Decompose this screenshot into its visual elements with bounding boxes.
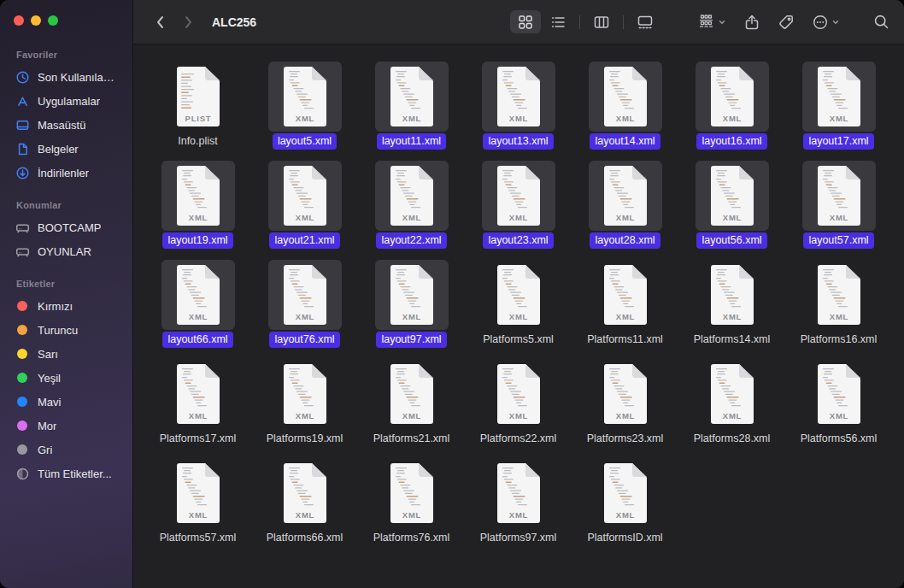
svg-text:XML: XML bbox=[188, 510, 207, 520]
file-item[interactable]: XML Platforms56.xml bbox=[785, 359, 892, 458]
more-button[interactable] bbox=[812, 14, 840, 31]
file-item[interactable]: XML layout11.xml bbox=[358, 62, 465, 161]
sidebar-section-header: Etiketler bbox=[8, 279, 125, 294]
chevron-down-icon bbox=[718, 18, 726, 26]
file-document-icon: XML bbox=[375, 359, 449, 429]
file-label: Platforms57.xml bbox=[155, 530, 242, 546]
file-item[interactable]: XML PlatformsID.xml bbox=[572, 458, 678, 557]
gallery-view-button[interactable] bbox=[630, 10, 660, 33]
svg-text:XML: XML bbox=[402, 312, 420, 321]
svg-text:XML: XML bbox=[188, 411, 207, 420]
file-item[interactable]: XML Platforms97.xml bbox=[465, 458, 572, 557]
file-document-icon: XML bbox=[268, 359, 342, 429]
file-item[interactable]: XML Platforms11.xml bbox=[572, 260, 678, 359]
file-label: layout22.xml bbox=[376, 232, 446, 249]
file-item[interactable]: XML Platforms21.xml bbox=[358, 359, 465, 458]
file-item[interactable]: XML layout56.xml bbox=[678, 161, 785, 260]
file-document-icon: XML bbox=[802, 260, 876, 330]
file-item[interactable]: XML layout66.xml bbox=[144, 260, 251, 359]
tag-icon bbox=[778, 14, 795, 31]
file-item[interactable]: XML layout22.xml bbox=[358, 161, 465, 260]
file-item[interactable]: XML layout17.xml bbox=[785, 62, 892, 161]
sidebar-item-tag-kirmizi[interactable]: Kırmızı bbox=[8, 294, 125, 318]
file-item[interactable]: PLIST Info.plist bbox=[144, 62, 251, 161]
sidebar-item-tag-mor[interactable]: Mor bbox=[8, 414, 125, 438]
sidebar-item-documents[interactable]: Belgeler bbox=[8, 137, 125, 161]
gallery-view-icon bbox=[637, 14, 654, 31]
sidebar-item-desktop[interactable]: Masaüstü bbox=[8, 113, 125, 137]
file-item[interactable]: XML layout13.xml bbox=[465, 62, 572, 161]
sidebar-item-tag-mavi[interactable]: Mavi bbox=[8, 390, 125, 414]
svg-text:XML: XML bbox=[829, 114, 848, 123]
group-button[interactable] bbox=[697, 13, 726, 31]
file-item[interactable]: XML Platforms16.xml bbox=[785, 260, 892, 359]
file-document-icon: PLIST bbox=[161, 62, 235, 132]
file-document-icon: XML bbox=[802, 62, 876, 132]
file-item[interactable]: XML layout23.xml bbox=[465, 161, 572, 260]
sidebar-item-all-tags[interactable]: Tüm Etiketler... bbox=[8, 462, 125, 485]
file-item[interactable]: XML Platforms17.xml bbox=[144, 359, 251, 458]
file-item[interactable]: XML layout5.xml bbox=[251, 62, 358, 161]
file-item[interactable]: XML Platforms19.xml bbox=[251, 359, 358, 458]
back-button[interactable] bbox=[147, 14, 174, 31]
file-item[interactable]: XML layout19.xml bbox=[144, 161, 251, 260]
file-document-icon: XML bbox=[375, 62, 449, 132]
file-label: layout19.xml bbox=[162, 232, 232, 249]
file-item[interactable]: XML Platforms66.xml bbox=[251, 458, 358, 557]
sidebar-item-tag-sari[interactable]: Sarı bbox=[8, 342, 125, 366]
file-label: Platforms17.xml bbox=[155, 431, 242, 447]
tag-color-dot-icon bbox=[15, 442, 30, 457]
sidebar-sections: FavorilerSon KullanılanlarUygulamalarMas… bbox=[0, 26, 132, 501]
file-item[interactable]: XML layout97.xml bbox=[358, 260, 465, 359]
zoom-window-button[interactable] bbox=[48, 15, 58, 26]
file-item[interactable]: XML Platforms76.xml bbox=[358, 458, 465, 557]
sidebar-item-recents[interactable]: Son Kullanılanlar bbox=[8, 65, 125, 89]
sidebar-item-tag-gri[interactable]: Gri bbox=[8, 438, 125, 462]
minimize-window-button[interactable] bbox=[31, 15, 41, 26]
search-icon bbox=[872, 13, 890, 31]
icon-view-button[interactable] bbox=[510, 10, 541, 33]
sidebar-item-downloads[interactable]: İndirilenler bbox=[8, 161, 125, 185]
file-item[interactable]: XML layout14.xml bbox=[572, 62, 678, 161]
file-item[interactable]: XML layout16.xml bbox=[678, 62, 785, 161]
file-item[interactable]: XML layout21.xml bbox=[251, 161, 358, 260]
file-item[interactable]: XML Platforms23.xml bbox=[572, 359, 678, 458]
file-item[interactable]: XML layout76.xml bbox=[251, 260, 358, 359]
svg-text:XML: XML bbox=[615, 411, 634, 420]
close-window-button[interactable] bbox=[14, 15, 24, 26]
file-label: layout23.xml bbox=[483, 232, 553, 249]
file-item[interactable]: XML Platforms14.xml bbox=[678, 260, 785, 359]
svg-text:XML: XML bbox=[829, 411, 848, 420]
sidebar-item-bootcamp[interactable]: BOOTCAMP bbox=[8, 215, 125, 239]
sidebar-item-applications[interactable]: Uygulamalar bbox=[8, 89, 125, 113]
tag-button[interactable] bbox=[778, 14, 795, 31]
list-view-button[interactable] bbox=[543, 10, 573, 33]
group-icon bbox=[697, 13, 715, 31]
forward-button[interactable] bbox=[174, 14, 202, 31]
sidebar-item-tag-turuncu[interactable]: Turuncu bbox=[8, 318, 125, 342]
sidebar-item-tag-yesil[interactable]: Yeşil bbox=[8, 366, 125, 390]
sidebar-item-oyunlar[interactable]: OYUNLAR bbox=[8, 239, 125, 263]
file-document-icon: XML bbox=[375, 458, 449, 528]
file-document-icon: XML bbox=[268, 62, 342, 132]
file-document-icon: XML bbox=[482, 161, 555, 231]
file-grid: PLIST Info.plist XML layout5.xml XML lay… bbox=[133, 44, 904, 588]
file-item[interactable]: XML Platforms22.xml bbox=[465, 359, 572, 458]
file-item[interactable]: XML Platforms57.xml bbox=[144, 458, 251, 557]
search-button[interactable] bbox=[872, 13, 890, 31]
file-document-icon: XML bbox=[268, 260, 342, 330]
tag-color-dot-icon bbox=[15, 298, 30, 314]
share-button[interactable] bbox=[743, 14, 760, 31]
svg-text:XML: XML bbox=[615, 510, 634, 520]
sidebar-item-label: Masaüstü bbox=[38, 119, 85, 132]
file-item[interactable]: XML layout28.xml bbox=[572, 161, 678, 260]
svg-text:XML: XML bbox=[295, 411, 314, 420]
file-label: Platforms5.xml bbox=[478, 332, 559, 348]
file-item[interactable]: XML layout57.xml bbox=[785, 161, 892, 260]
file-item[interactable]: XML Platforms5.xml bbox=[465, 260, 572, 359]
columns-view-button[interactable] bbox=[586, 10, 617, 33]
svg-text:XML: XML bbox=[295, 510, 314, 520]
svg-text:XML: XML bbox=[615, 114, 634, 123]
file-item[interactable]: XML Platforms28.xml bbox=[678, 359, 785, 458]
file-document-icon: XML bbox=[482, 62, 555, 132]
